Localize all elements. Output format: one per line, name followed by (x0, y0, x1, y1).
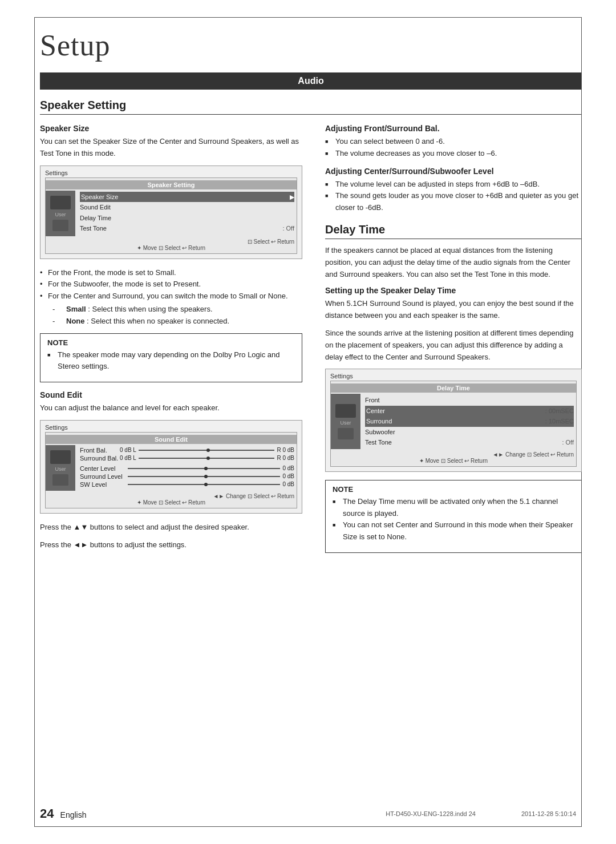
mock-sidebar: User (46, 191, 75, 236)
setting-up-body1: When 5.1CH Surround Sound is played, you… (325, 298, 582, 322)
mock-row-test-tone: Test Tone: Off (80, 223, 294, 234)
footer-right: HT-D450-XU-ENG-1228.indd 24 2011-12-28 5… (386, 810, 576, 817)
mock-body: User Speaker Size▶ Sound Edit (46, 191, 297, 236)
sound-edit-heading: Sound Edit (40, 390, 302, 399)
setting-up-heading: Setting up the Speaker Delay Time (325, 286, 582, 295)
mock-row-delay-time: Delay Time (80, 213, 294, 224)
mock-screen-2: Sound Edit User (45, 432, 297, 508)
mock-footer-dt-2: ✦ Move ⊡ Select ↩ Return (331, 458, 576, 464)
mock-footer-change: ◄► Change ⊡ Select ↩ Return (46, 493, 297, 499)
af-bullet-2: The volume decreases as you move closer … (325, 148, 582, 160)
speaker-size-heading: Speaker Size (40, 124, 302, 133)
date-info: 2011-12-28 5:10:14 (521, 810, 576, 817)
mock-settings-label: Settings (45, 169, 297, 176)
mock-front-bal: Front Bal. 0 dB L R 0 dB (80, 446, 294, 454)
mock-row-speaker-size: Speaker Size▶ (80, 192, 294, 203)
page-footer: 24 English HT-D450-XU-ENG-1228.indd 24 2… (40, 806, 576, 821)
bullet-front: For the Front, the mode is set to Small. (40, 267, 302, 279)
border-bottom (34, 826, 582, 827)
sound-edit-section: Sound Edit You can adjust the balance an… (40, 390, 302, 551)
mock-delay-title: Delay Time (331, 383, 576, 393)
mock-sidebar-2: User (46, 445, 75, 491)
delay-time-title: Delay Time (325, 223, 582, 239)
mock-footer-move-2: ✦ Move ⊡ Select ↩ Return (46, 499, 297, 506)
note-dt-1: The Delay Time menu will be activated on… (333, 496, 574, 520)
mock-footer-select: ⊡ Select ↩ Return (46, 239, 297, 245)
mock-footer-dt: ◄► Change ⊡ Select ↩ Return (331, 451, 576, 458)
mock-content: Speaker Size▶ Sound Edit Delay Time Test… (78, 191, 297, 236)
delay-time-note: NOTE The Delay Time menu will be activat… (325, 480, 582, 553)
mock-body-3: User Front Center: 00mSEC Surround: 10mS… (331, 394, 576, 449)
mock-dt-test-tone: Test Tone: Off (365, 437, 574, 448)
sound-edit-mockup: Settings Sound Edit User (40, 420, 302, 514)
mock-content-3: Front Center: 00mSEC Surround: 10mSEC Su… (363, 394, 576, 449)
mock-dt-subwoofer: Subwoofer (365, 427, 574, 438)
border-left (34, 17, 35, 827)
mock-sw-level: SW Level 0 dB (80, 480, 294, 488)
bullet-subwoofer: For the Subwoofer, the mode is set to Pr… (40, 278, 302, 290)
adjusting-front-bullets: You can select between 0 and -6. The vol… (325, 136, 582, 160)
ac-bullet-1: The volume level can be adjusted in step… (325, 179, 582, 191)
mock-body-2: User Front Bal. 0 dB L R 0 (46, 445, 297, 491)
mock-content-2: Front Bal. 0 dB L R 0 dB Surround Bal. 0… (78, 445, 297, 491)
mock-dt-center: Center: 00mSEC (365, 406, 574, 417)
main-content: Speaker Size You can set the Speaker Siz… (40, 124, 582, 561)
right-column: Adjusting Front/Surround Bal. You can se… (325, 124, 582, 561)
adjusting-center-bullets: The volume level can be adjusted in step… (325, 179, 582, 214)
page-number: 24 (40, 806, 54, 821)
note-item-1: The speaker mode may vary depending on t… (47, 349, 295, 373)
speaker-size-bullets: For the Front, the mode is set to Small.… (40, 267, 302, 328)
adjusting-center-heading: Adjusting Center/Surround/Subwoofer Leve… (325, 167, 582, 176)
mock-settings-label-3: Settings (330, 373, 577, 379)
speaker-size-note: NOTE The speaker mode may vary depending… (40, 333, 302, 383)
mock-surround-bal: Surround Bal. 0 dB L R 0 dB (80, 454, 294, 462)
page-title: Setup (40, 29, 582, 62)
mock-slider-front (139, 450, 275, 451)
mock-screen: Speaker Setting User (45, 177, 297, 254)
mock-slider-surround (139, 458, 275, 459)
note-items-2: The Delay Time menu will be activated on… (333, 496, 574, 543)
mock-slider-surround-level (128, 476, 280, 477)
mock-sound-edit-title: Sound Edit (46, 435, 297, 444)
note-dt-2: You can not set Center and Surround in t… (333, 519, 574, 543)
mock-slider-center (128, 468, 280, 469)
delay-time-body: If the speakers cannot be placed at equa… (325, 245, 582, 280)
mock-center-level: Center Level 0 dB (80, 465, 294, 473)
press-1: Press the ▲▼ buttons to select and adjus… (40, 522, 302, 534)
mock-sidebar-3: User (331, 394, 360, 449)
press-2: Press the ◄► buttons to adjust the setti… (40, 539, 302, 551)
adjusting-front-section: Adjusting Front/Surround Bal. You can se… (325, 124, 582, 160)
adjusting-front-heading: Adjusting Front/Surround Bal. (325, 124, 582, 133)
sub-small: Small : Select this when using the speak… (52, 304, 302, 316)
mock-dt-front: Front (365, 395, 574, 406)
page-lang: English (60, 810, 87, 819)
mock-dt-surround: Surround: 10mSEC (365, 416, 574, 427)
sub-bullets: Small : Select this when using the speak… (48, 304, 302, 328)
speaker-size-section: Speaker Size You can set the Speaker Siz… (40, 124, 302, 382)
delay-time-mockup: Settings Delay Time User (325, 369, 582, 472)
speaker-setting-title: Speaker Setting (40, 99, 582, 115)
mock-surround-level: Surround Level 0 dB (80, 473, 294, 480)
left-column: Speaker Size You can set the Speaker Siz… (40, 124, 302, 561)
file-info: HT-D450-XU-ENG-1228.indd 24 (386, 810, 476, 817)
af-bullet-1: You can select between 0 and -6. (325, 136, 582, 148)
note-title-1: NOTE (47, 338, 295, 347)
ac-bullet-2: The sound gets louder as you move closer… (325, 190, 582, 214)
adjusting-center-section: Adjusting Center/Surround/Subwoofer Leve… (325, 167, 582, 214)
sub-none: None : Select this when no speaker is co… (52, 316, 302, 328)
sound-edit-body: You can adjust the balance and level for… (40, 402, 302, 414)
speaker-size-body: You can set the Speaker Size of the Cent… (40, 136, 302, 160)
mock-row-sound-edit: Sound Edit (80, 202, 294, 213)
note-items-1: The speaker mode may vary depending on t… (47, 349, 295, 373)
mock-screen-3: Delay Time User Front (330, 381, 577, 467)
setting-up-delay-section: Setting up the Speaker Delay Time When 5… (325, 286, 582, 363)
delay-time-section: Delay Time If the speakers cannot be pla… (325, 223, 582, 553)
mock-settings-label-2: Settings (45, 424, 297, 431)
mock-footer-move: ✦ Move ⊡ Select ↩ Return (46, 245, 297, 251)
speaker-size-mockup: Settings Speaker Setting User (40, 165, 302, 259)
page: Setup Audio Speaker Setting Speaker Size… (0, 0, 616, 844)
mock-slider-sw (128, 484, 280, 485)
page-number-area: 24 English (40, 806, 86, 821)
mock-panel-title: Speaker Setting (46, 180, 297, 189)
border-top (34, 17, 582, 18)
